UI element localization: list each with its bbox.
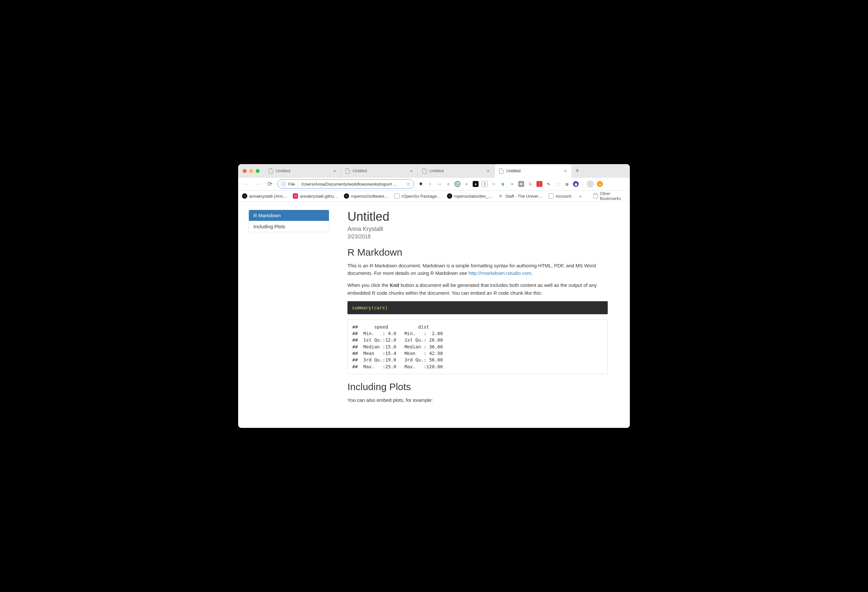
extension-icon[interactable]: ⬆ <box>427 181 433 187</box>
file-icon <box>394 194 400 198</box>
bookmark-item[interactable]: H annakrystalli.githu… <box>293 194 338 198</box>
extension-icon[interactable]: ● <box>597 181 603 187</box>
bookmark-item[interactable]: rOpenSci Package… <box>394 194 441 198</box>
paragraph: When you click the Knit button a documen… <box>347 281 608 297</box>
bookmark-label: ropenscilabs/dev_… <box>454 194 493 198</box>
extension-icon[interactable]: !≡ <box>491 181 497 187</box>
file-icon <box>499 168 503 173</box>
url-scheme: File <box>288 182 295 186</box>
file-icon <box>422 168 427 173</box>
extension-icon[interactable]: G <box>455 181 461 187</box>
browser-window: Untitled × Untitled × Untitled × Untitle… <box>238 164 630 428</box>
extension-icon[interactable]: ✦ <box>464 181 469 187</box>
close-tab-icon[interactable]: × <box>487 168 490 173</box>
profile-avatar[interactable] <box>587 181 594 188</box>
github-icon: ⌥ <box>344 194 349 198</box>
tab-1[interactable]: Untitled × <box>341 164 418 178</box>
minimize-window-button[interactable] <box>249 169 253 173</box>
extension-icon[interactable]: ⛊ <box>418 181 424 187</box>
other-bookmarks[interactable]: Other Bookmarks <box>593 191 626 201</box>
document-main: Untitled Anna Krystalli 3/23/2018 R Mark… <box>347 210 608 408</box>
section-heading-rmarkdown: R Markdown <box>347 247 608 258</box>
paragraph: You can also embed plots, for example: <box>347 396 608 404</box>
extension-icon[interactable]: ✿ <box>445 181 451 187</box>
bookmark-item[interactable]: ⛨ Staff - The Univer… <box>498 194 542 198</box>
shield-icon: ⛨ <box>498 194 503 198</box>
tab-label: Untitled <box>506 168 561 173</box>
code-output: ## speed dist ## Min. : 4.0 Min. : 2.00 … <box>347 320 608 374</box>
github-icon: ⌥ <box>447 194 452 198</box>
tab-label: Untitled <box>353 168 407 173</box>
paragraph: This is an R Markdown document. Markdown… <box>347 262 608 277</box>
toc-item-plots[interactable]: Including Plots <box>249 221 329 232</box>
bookmarks-bar: ⌥ annakrystalli (Ann… H annakrystalli.gi… <box>238 191 630 202</box>
url-path: /Users/Anna/Documents/workflows/workshop… <box>301 182 404 186</box>
tab-0[interactable]: Untitled × <box>264 164 341 178</box>
extension-icon[interactable]: 🗑 <box>500 181 506 187</box>
tab-strip: Untitled × Untitled × Untitled × Untitle… <box>264 164 630 178</box>
titlebar: Untitled × Untitled × Untitled × Untitle… <box>238 164 630 178</box>
close-tab-icon[interactable]: × <box>564 168 567 173</box>
bookmarks-overflow[interactable]: » <box>579 194 582 198</box>
extension-icon[interactable]: ✎ <box>546 181 551 187</box>
folder-icon <box>593 194 598 198</box>
tab-3[interactable]: Untitled × <box>495 164 571 178</box>
bookmark-label: ropensci/software… <box>351 194 388 198</box>
bookmark-label: annakrystalli.githu… <box>300 194 338 198</box>
toolbar: ← → ⟳ i File | /Users/Anna/Documents/wor… <box>238 178 630 191</box>
toc-item-label: Including Plots <box>254 224 285 229</box>
file-icon <box>549 194 554 198</box>
toc: R Markdown Including Plots <box>248 210 329 232</box>
page-content: R Markdown Including Plots Untitled Anna… <box>238 202 630 428</box>
extension-icons: ⛊ ⬆ ▭ ✿ G ✦ a B !≡ 🗑 ✦ M G ⋮ ✎ ⬚ ▦ ◉ | ● <box>418 181 603 188</box>
bookmark-item[interactable]: ⌥ annakrystalli (Ann… <box>242 194 287 198</box>
tab-label: Untitled <box>276 168 331 173</box>
file-icon <box>269 168 273 173</box>
bookmark-item[interactable]: Account: <box>549 194 572 198</box>
bookmark-item[interactable]: ⌥ ropenscilabs/dev_… <box>447 194 493 198</box>
tab-2[interactable]: Untitled × <box>418 164 495 178</box>
document-date: 3/23/2018 <box>347 234 608 240</box>
close-tab-icon[interactable]: × <box>333 168 336 173</box>
extension-icon[interactable]: ⋮ <box>536 181 542 187</box>
site-info-icon[interactable]: i <box>281 182 286 186</box>
bookmark-label: rOpenSci Package… <box>402 194 441 198</box>
extension-icon[interactable]: ⬚ <box>555 181 561 187</box>
extension-icon[interactable]: ▭ <box>436 181 442 187</box>
bookmark-star-icon[interactable]: ☆ <box>406 181 410 187</box>
bookmark-label: Account: <box>556 194 572 198</box>
extension-icon[interactable]: ◉ <box>573 181 579 187</box>
hex-icon: H <box>293 194 298 198</box>
maximize-window-button[interactable] <box>256 169 260 173</box>
close-tab-icon[interactable]: × <box>410 168 413 173</box>
section-heading-plots: Including Plots <box>347 381 608 392</box>
tab-label: Untitled <box>430 168 484 173</box>
code-block: summary(cars) <box>347 301 608 314</box>
document-author: Anna Krystalli <box>347 226 608 232</box>
address-bar[interactable]: i File | /Users/Anna/Documents/workflows… <box>278 179 414 188</box>
close-window-button[interactable] <box>243 169 247 173</box>
file-icon <box>345 168 350 173</box>
extension-icon[interactable]: G <box>527 181 533 187</box>
other-bookmarks-label: Other Bookmarks <box>600 191 626 201</box>
new-tab-button[interactable]: + <box>571 164 583 178</box>
extension-icon[interactable]: a <box>473 181 478 187</box>
window-controls <box>238 169 264 173</box>
extension-icon[interactable]: B <box>482 181 488 187</box>
toc-sidebar: R Markdown Including Plots <box>248 210 329 408</box>
bookmark-item[interactable]: ⌥ ropensci/software… <box>344 194 388 198</box>
toc-item-label: R Markdown <box>254 213 281 218</box>
extension-icon[interactable]: ✦ <box>509 181 515 187</box>
back-button[interactable]: ← <box>241 181 250 188</box>
extension-icon[interactable]: ▦ <box>564 181 570 187</box>
forward-button: → <box>254 181 262 188</box>
extension-icon[interactable]: M <box>518 181 524 187</box>
toc-item-rmarkdown[interactable]: R Markdown <box>249 210 329 221</box>
reload-button[interactable]: ⟳ <box>266 181 274 188</box>
document-title: Untitled <box>347 210 608 224</box>
rmarkdown-link[interactable]: http://rmarkdown.rstudio.com <box>468 270 531 276</box>
github-icon: ⌥ <box>242 194 247 198</box>
bookmark-label: annakrystalli (Ann… <box>249 194 287 198</box>
bookmark-label: Staff - The Univer… <box>505 194 542 198</box>
